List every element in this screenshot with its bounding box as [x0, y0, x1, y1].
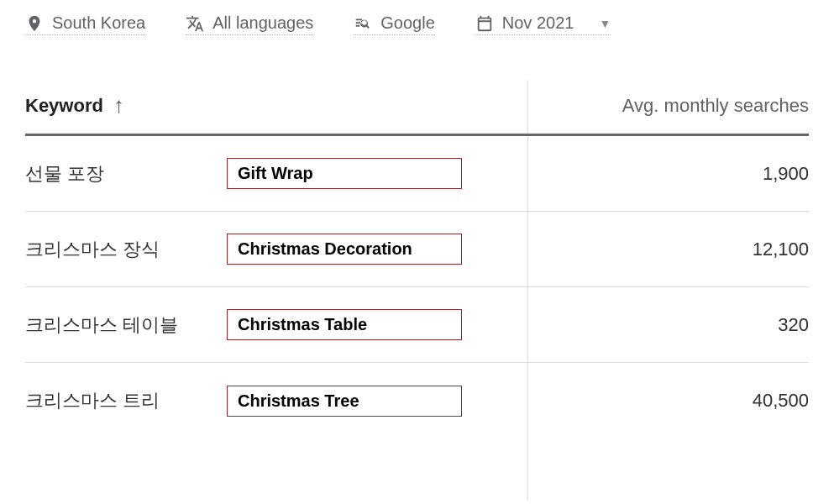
keyword-text: 크리스마스 트리 [25, 388, 202, 413]
date-label: Nov 2021 [502, 13, 574, 33]
keyword-cell: 선물 포장 Gift Wrap [25, 158, 462, 189]
keyword-text: 크리스마스 장식 [25, 237, 202, 262]
searches-value: 1,900 [763, 163, 809, 185]
searches-value: 12,100 [753, 239, 809, 260]
calendar-icon [475, 14, 494, 33]
date-filter[interactable]: Nov 2021 ▼ [475, 13, 611, 35]
searches-column-header[interactable]: Avg. monthly searches [622, 95, 809, 117]
searches-value: 320 [778, 314, 809, 336]
location-filter[interactable]: South Korea [25, 13, 145, 35]
sort-arrow-up-icon: ↑ [113, 92, 124, 118]
keyword-text: 크리스마스 테이블 [25, 312, 202, 338]
location-pin-icon [25, 14, 44, 33]
keyword-table: Keyword ↑ Avg. monthly searches 선물 포장 Gi… [0, 52, 834, 438]
table-row: 크리스마스 장식 Christmas Decoration 12,100 [25, 212, 809, 287]
translate-icon [186, 14, 204, 33]
keyword-text: 선물 포장 [25, 161, 202, 186]
table-row: 크리스마스 트리 Christmas Tree 40,500 [25, 363, 809, 438]
translation-box: Christmas Decoration [227, 234, 462, 265]
filter-toolbar: South Korea All languages Google Nov 202… [0, 0, 834, 52]
table-row: 선물 포장 Gift Wrap 1,900 [25, 136, 809, 212]
translation-box: Gift Wrap [227, 158, 462, 189]
keyword-header-label: Keyword [25, 95, 103, 117]
search-list-icon [354, 14, 372, 33]
dropdown-caret-icon: ▼ [599, 17, 611, 30]
search-engine-filter[interactable]: Google [354, 13, 435, 35]
translation-box: Christmas Tree [227, 386, 462, 417]
keyword-cell: 크리스마스 트리 Christmas Tree [25, 386, 462, 417]
searches-value: 40,500 [753, 390, 809, 412]
language-filter[interactable]: All languages [186, 13, 313, 35]
location-label: South Korea [52, 13, 145, 33]
column-divider [527, 80, 528, 500]
keyword-cell: 크리스마스 장식 Christmas Decoration [25, 234, 462, 265]
keyword-cell: 크리스마스 테이블 Christmas Table [25, 309, 462, 340]
table-row: 크리스마스 테이블 Christmas Table 320 [25, 287, 809, 363]
keyword-column-header[interactable]: Keyword ↑ [25, 92, 124, 118]
language-label: All languages [212, 13, 313, 33]
search-engine-label: Google [380, 13, 435, 33]
table-header-row: Keyword ↑ Avg. monthly searches [25, 52, 809, 136]
translation-box: Christmas Table [227, 309, 462, 340]
